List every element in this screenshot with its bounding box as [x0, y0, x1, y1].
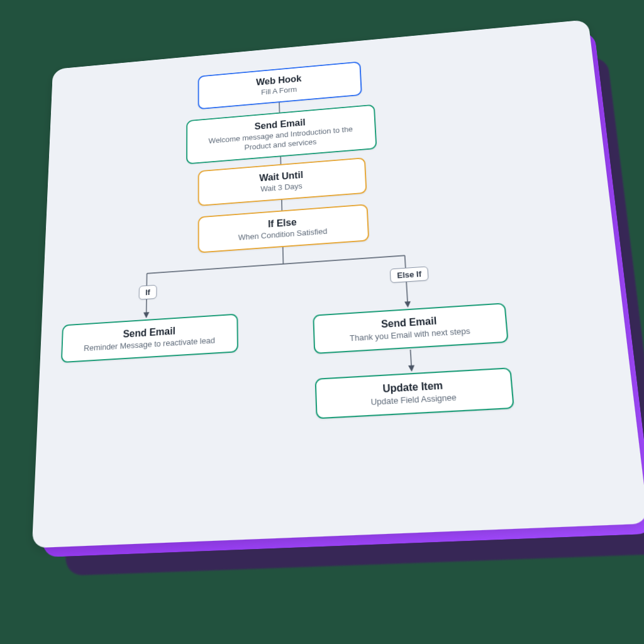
node-send-email-welcome[interactable]: Send Email Welcome message and Introduct… [186, 104, 377, 165]
svg-line-4 [147, 255, 405, 274]
node-update-item[interactable]: Update Item Update Field Assignee [315, 367, 514, 419]
branch-tag-if[interactable]: If [139, 285, 157, 300]
flow-panel: Web Hook Fill A Form Send Email Welcome … [32, 19, 644, 548]
node-subtitle: Thank you Email with next steps [323, 325, 497, 346]
node-subtitle: Update Field Assignee [326, 390, 503, 411]
node-title: Send Email [323, 311, 497, 333]
connector-layer [32, 19, 644, 548]
node-webhook[interactable]: Web Hook Fill A Form [198, 61, 362, 109]
node-title: Update Item [325, 376, 502, 399]
flow-canvas: Web Hook Fill A Form Send Email Welcome … [32, 19, 644, 548]
tilted-slab: Web Hook Fill A Form Send Email Welcome … [32, 19, 644, 548]
diagram-stage: Web Hook Fill A Form Send Email Welcome … [0, 0, 644, 644]
svg-line-7 [411, 350, 412, 370]
node-wait-until[interactable]: Wait Until Wait 3 Days [198, 157, 367, 206]
svg-line-3 [283, 245, 284, 264]
branch-tag-else-if[interactable]: Else If [390, 266, 429, 283]
node-send-email-reminder[interactable]: Send Email Reminder Message to reactivat… [61, 314, 238, 364]
node-send-email-thankyou[interactable]: Send Email Thank you Email with next ste… [313, 303, 509, 354]
svg-line-6 [405, 255, 408, 306]
node-if-else[interactable]: If Else When Condition Satisfied [198, 204, 370, 253]
